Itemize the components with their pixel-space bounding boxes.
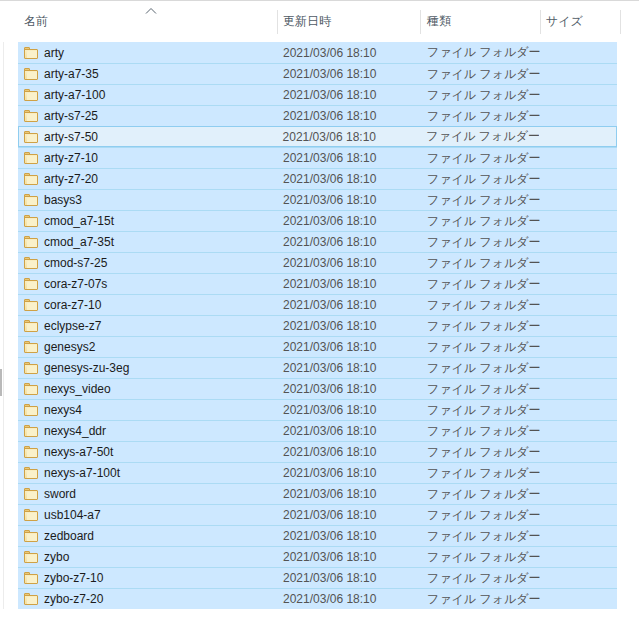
date-modified-cell: 2021/03/06 18:10 (277, 277, 420, 291)
type-cell: ファイル フォルダー (420, 171, 540, 188)
type-cell: ファイル フォルダー (420, 402, 540, 419)
type-cell: ファイル フォルダー (420, 297, 540, 314)
file-row[interactable]: basys3 2021/03/06 18:10 ファイル フォルダー (18, 189, 617, 210)
column-header-name[interactable]: 名前 (24, 13, 48, 30)
file-row[interactable]: nexys-a7-100t 2021/03/06 18:10 ファイル フォルダ… (18, 462, 617, 483)
column-resize-divider (420, 10, 421, 34)
date-modified-cell: 2021/03/06 18:10 (277, 445, 420, 459)
date-modified-cell: 2021/03/06 18:10 (277, 88, 420, 102)
folder-icon (24, 89, 38, 101)
type-cell: ファイル フォルダー (420, 465, 540, 482)
file-name-label: zybo-z7-20 (44, 592, 103, 606)
date-modified-cell: 2021/03/06 18:10 (277, 67, 420, 81)
file-name-label: basys3 (44, 193, 82, 207)
file-name-label: arty-s7-50 (44, 130, 98, 144)
file-name-cell: arty-s7-25 (18, 109, 277, 123)
file-row[interactable]: cora-z7-07s 2021/03/06 18:10 ファイル フォルダー (18, 273, 617, 294)
type-cell: ファイル フォルダー (420, 360, 540, 377)
folder-icon (24, 173, 38, 185)
file-row[interactable]: zybo-z7-10 2021/03/06 18:10 ファイル フォルダー (18, 567, 617, 588)
file-row[interactable]: arty-a7-100 2021/03/06 18:10 ファイル フォルダー (18, 84, 617, 105)
file-row[interactable]: cmod-s7-25 2021/03/06 18:10 ファイル フォルダー (18, 252, 617, 273)
folder-icon (24, 320, 38, 332)
file-name-cell: zybo (18, 550, 277, 564)
type-cell: ファイル フォルダー (420, 318, 540, 335)
folder-icon (24, 593, 38, 605)
folder-icon (24, 383, 38, 395)
file-row[interactable]: cora-z7-10 2021/03/06 18:10 ファイル フォルダー (18, 294, 617, 315)
type-cell: ファイル フォルダー (420, 192, 540, 209)
date-modified-cell: 2021/03/06 18:10 (277, 508, 420, 522)
file-name-label: eclypse-z7 (44, 319, 101, 333)
folder-icon (24, 551, 38, 563)
date-modified-cell: 2021/03/06 18:10 (277, 340, 420, 354)
file-name-label: nexys-a7-50t (44, 445, 113, 459)
file-name-cell: cmod_a7-35t (18, 235, 277, 249)
date-modified-cell: 2021/03/06 18:10 (277, 256, 420, 270)
file-row[interactable]: cmod_a7-15t 2021/03/06 18:10 ファイル フォルダー (18, 210, 617, 231)
file-row[interactable]: arty 2021/03/06 18:10 ファイル フォルダー (18, 42, 617, 63)
file-name-label: usb104-a7 (44, 508, 101, 522)
file-row[interactable]: arty-a7-35 2021/03/06 18:10 ファイル フォルダー (18, 63, 617, 84)
file-row[interactable]: nexys_video 2021/03/06 18:10 ファイル フォルダー (18, 378, 617, 399)
file-name-label: arty-a7-100 (44, 88, 105, 102)
folder-icon (24, 488, 38, 500)
type-cell: ファイル フォルダー (420, 66, 540, 83)
file-row[interactable]: arty-s7-25 2021/03/06 18:10 ファイル フォルダー (18, 105, 617, 126)
file-row[interactable]: usb104-a7 2021/03/06 18:10 ファイル フォルダー (18, 504, 617, 525)
file-row[interactable]: nexys4 2021/03/06 18:10 ファイル フォルダー (18, 399, 617, 420)
file-name-cell: arty-z7-20 (18, 172, 277, 186)
file-name-cell: zedboard (18, 529, 277, 543)
file-row[interactable]: nexys4_ddr 2021/03/06 18:10 ファイル フォルダー (18, 420, 617, 441)
left-pane-divider (3, 1, 4, 609)
folder-icon (24, 467, 38, 479)
folder-icon (24, 425, 38, 437)
file-explorer-details-view: 名前 更新日時 種類 サイズ arty 2021/03/06 18:10 ファイ… (0, 0, 639, 630)
file-row[interactable]: genesys-zu-3eg 2021/03/06 18:10 ファイル フォル… (18, 357, 617, 378)
file-name-cell: eclypse-z7 (18, 319, 277, 333)
file-row[interactable]: eclypse-z7 2021/03/06 18:10 ファイル フォルダー (18, 315, 617, 336)
type-cell: ファイル フォルダー (420, 255, 540, 272)
file-name-label: genesys-zu-3eg (44, 361, 129, 375)
column-header-bar: 名前 更新日時 種類 サイズ (0, 1, 639, 42)
folder-icon (24, 215, 38, 227)
file-name-label: zedboard (44, 529, 94, 543)
file-row[interactable]: nexys-a7-50t 2021/03/06 18:10 ファイル フォルダー (18, 441, 617, 462)
file-name-label: nexys4 (44, 403, 82, 417)
type-cell: ファイル フォルダー (420, 108, 540, 125)
file-name-cell: arty-a7-35 (18, 67, 277, 81)
file-row[interactable]: cmod_a7-35t 2021/03/06 18:10 ファイル フォルダー (18, 231, 617, 252)
file-row[interactable]: zybo-z7-20 2021/03/06 18:10 ファイル フォルダー (18, 588, 617, 609)
column-resize-divider (540, 10, 541, 34)
file-row[interactable]: arty-z7-20 2021/03/06 18:10 ファイル フォルダー (18, 168, 617, 189)
file-row[interactable]: zedboard 2021/03/06 18:10 ファイル フォルダー (18, 525, 617, 546)
folder-icon (24, 509, 38, 521)
file-name-cell: basys3 (18, 193, 277, 207)
file-row[interactable]: zybo 2021/03/06 18:10 ファイル フォルダー (18, 546, 617, 567)
file-name-cell: nexys-a7-100t (18, 466, 277, 480)
type-cell: ファイル フォルダー (420, 276, 540, 293)
file-row[interactable]: genesys2 2021/03/06 18:10 ファイル フォルダー (18, 336, 617, 357)
file-row[interactable]: arty-z7-10 2021/03/06 18:10 ファイル フォルダー (18, 147, 617, 168)
file-name-label: arty (44, 46, 64, 60)
file-name-cell: zybo-z7-20 (18, 592, 277, 606)
type-cell: ファイル フォルダー (419, 128, 539, 145)
folder-icon (24, 404, 38, 416)
folder-icon (24, 152, 38, 164)
file-name-label: cora-z7-10 (44, 298, 101, 312)
column-resize-divider (620, 10, 621, 34)
left-scrollbar-fragment (0, 369, 2, 396)
date-modified-cell: 2021/03/06 18:10 (277, 466, 420, 480)
column-header-date-modified[interactable]: 更新日時 (283, 13, 331, 30)
file-name-label: sword (44, 487, 76, 501)
file-row[interactable]: sword 2021/03/06 18:10 ファイル フォルダー (18, 483, 617, 504)
file-row[interactable]: arty-s7-50 2021/03/06 18:10 ファイル フォルダー (18, 126, 617, 147)
date-modified-cell: 2021/03/06 18:10 (277, 382, 420, 396)
file-name-label: arty-z7-10 (44, 151, 98, 165)
column-header-type[interactable]: 種類 (427, 13, 451, 30)
file-name-cell: genesys-zu-3eg (18, 361, 277, 375)
column-header-size[interactable]: サイズ (546, 13, 583, 30)
folder-icon (24, 68, 38, 80)
date-modified-cell: 2021/03/06 18:10 (277, 550, 420, 564)
file-name-cell: cora-z7-10 (18, 298, 277, 312)
